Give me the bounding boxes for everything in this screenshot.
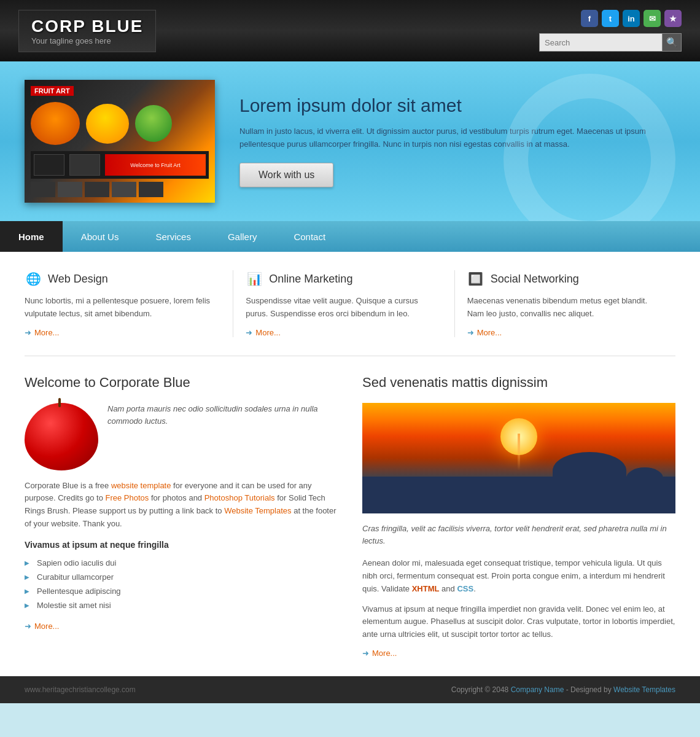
nav-contact[interactable]: Contact bbox=[275, 221, 344, 252]
right-body1: Aenean dolor mi, malesuada eget consequa… bbox=[362, 557, 675, 595]
online-marketing-title: 📊 Online Marketing bbox=[246, 270, 441, 287]
bullet-item: Pellentesque adipiscing bbox=[25, 584, 338, 598]
online-marketing-more[interactable]: More... bbox=[246, 328, 441, 337]
free-photos-link[interactable]: Free Photos bbox=[106, 493, 149, 502]
bookmark-icon[interactable]: ★ bbox=[664, 10, 682, 27]
website-template-link[interactable]: website template bbox=[111, 481, 171, 490]
online-marketing-text: Suspendisse vitae velit augue. Quisque a… bbox=[246, 295, 441, 321]
logo-title: CORP BLUE bbox=[31, 17, 143, 36]
web-design-more[interactable]: More... bbox=[25, 328, 220, 337]
online-marketing-label: Online Marketing bbox=[269, 273, 352, 286]
apple-image bbox=[25, 403, 98, 470]
work-with-us-button[interactable]: Work with us bbox=[239, 163, 333, 187]
service-online-marketing: 📊 Online Marketing Suspendisse vitae vel… bbox=[233, 270, 454, 337]
online-marketing-icon: 📊 bbox=[246, 270, 263, 287]
web-design-label: Web Design bbox=[48, 273, 108, 286]
hero-section: FRUIT ART Welcome to Fruit Art bbox=[0, 61, 700, 221]
search-input[interactable] bbox=[539, 33, 662, 52]
footer-copyright: Copyright © 2048 Company Name - Designed… bbox=[451, 685, 675, 694]
website-templates-link[interactable]: Website Templates bbox=[224, 506, 291, 515]
web-design-icon: 🌐 bbox=[25, 270, 42, 287]
linkedin-icon[interactable]: in bbox=[623, 10, 640, 27]
hero-image: FRUIT ART Welcome to Fruit Art bbox=[25, 80, 215, 203]
nav-about[interactable]: About Us bbox=[63, 221, 138, 252]
web-design-title: 🌐 Web Design bbox=[25, 270, 220, 287]
message-icon[interactable]: ✉ bbox=[644, 10, 661, 27]
services-section: 🌐 Web Design Nunc lobortis, mi a pellent… bbox=[25, 270, 675, 356]
left-inner: Nam porta mauris nec odio sollicitudin s… bbox=[25, 403, 338, 470]
left-section-title: Welcome to Corporate Blue bbox=[25, 375, 338, 391]
sunset-image bbox=[362, 403, 675, 513]
bullet-item: Curabitur ullamcorper bbox=[25, 570, 338, 584]
footer: www.heritagechristiancollege.com Copyrig… bbox=[0, 676, 700, 703]
social-networking-icon: 🔲 bbox=[467, 270, 484, 287]
main-content: 🌐 Web Design Nunc lobortis, mi a pellent… bbox=[0, 252, 700, 676]
search-bar: 🔍 bbox=[539, 33, 682, 52]
footer-url: www.heritagechristiancollege.com bbox=[25, 685, 136, 694]
left-column: Welcome to Corporate Blue Nam porta maur… bbox=[25, 375, 338, 658]
logo-tagline: Your tagline goes here bbox=[31, 36, 143, 45]
service-social-networking: 🔲 Social Networking Maecenas venenatis b… bbox=[455, 270, 675, 337]
right-section-title: Sed venenatis mattis dignissim bbox=[362, 375, 675, 391]
left-subtitle: Vivamus at ipsum at neque fringilla bbox=[25, 540, 338, 550]
nav-gallery[interactable]: Gallery bbox=[209, 221, 276, 252]
social-networking-text: Maecenas venenatis bibendum metus eget b… bbox=[467, 295, 663, 321]
footer-website-templates-link[interactable]: Website Templates bbox=[613, 685, 675, 694]
hero-text: Nullam in justo lacus, id viverra elit. … bbox=[239, 125, 675, 151]
service-web-design: 🌐 Web Design Nunc lobortis, mi a pellent… bbox=[25, 270, 233, 337]
footer-company-link[interactable]: Company Name bbox=[511, 685, 564, 694]
right-column: Sed venenatis mattis dignissim Cras frin… bbox=[362, 375, 675, 658]
hero-title: Lorem ipsum dolor sit amet bbox=[239, 95, 675, 116]
css-link[interactable]: CSS bbox=[457, 584, 473, 593]
social-icons: f t in ✉ ★ bbox=[581, 10, 682, 27]
header: CORP BLUE Your tagline goes here f t in … bbox=[0, 0, 700, 61]
photoshop-tutorials-link[interactable]: Photoshop Tutorials bbox=[204, 493, 275, 502]
right-more-link[interactable]: More... bbox=[362, 649, 675, 658]
navigation: Home About Us Services Gallery Contact bbox=[0, 221, 700, 252]
left-more-link[interactable]: More... bbox=[25, 622, 338, 631]
logo-area: CORP BLUE Your tagline goes here bbox=[18, 10, 156, 52]
facebook-icon[interactable]: f bbox=[581, 10, 598, 27]
hero-content: Lorem ipsum dolor sit amet Nullam in jus… bbox=[239, 95, 675, 188]
web-design-text: Nunc lobortis, mi a pellentesque posuere… bbox=[25, 295, 220, 321]
social-networking-label: Social Networking bbox=[491, 273, 579, 286]
xhtml-link[interactable]: XHTML bbox=[412, 584, 440, 593]
italic-intro: Nam porta mauris nec odio sollicitudin s… bbox=[107, 403, 338, 470]
twitter-icon[interactable]: t bbox=[602, 10, 619, 27]
nav-services[interactable]: Services bbox=[137, 221, 209, 252]
header-right: f t in ✉ ★ 🔍 bbox=[539, 10, 682, 52]
nav-home[interactable]: Home bbox=[0, 221, 63, 252]
bullet-item: Sapien odio iaculis dui bbox=[25, 556, 338, 570]
right-caption: Cras fringilla, velit ac facilisis viver… bbox=[362, 523, 675, 548]
lower-content: Welcome to Corporate Blue Nam porta maur… bbox=[25, 375, 675, 658]
bullet-list: Sapien odio iaculis dui Curabitur ullamc… bbox=[25, 556, 338, 612]
search-button[interactable]: 🔍 bbox=[662, 33, 682, 52]
bullet-item: Molestie sit amet nisi bbox=[25, 598, 338, 612]
left-body-text: Corporate Blue is a free website templat… bbox=[25, 480, 338, 531]
hero-img-inner: FRUIT ART Welcome to Fruit Art bbox=[25, 80, 215, 203]
social-networking-more[interactable]: More... bbox=[467, 328, 663, 337]
right-body2: Vivamus at ipsum at neque fringilla impe… bbox=[362, 603, 675, 641]
fruit-header: FRUIT ART bbox=[31, 86, 74, 96]
social-networking-title: 🔲 Social Networking bbox=[467, 270, 663, 287]
